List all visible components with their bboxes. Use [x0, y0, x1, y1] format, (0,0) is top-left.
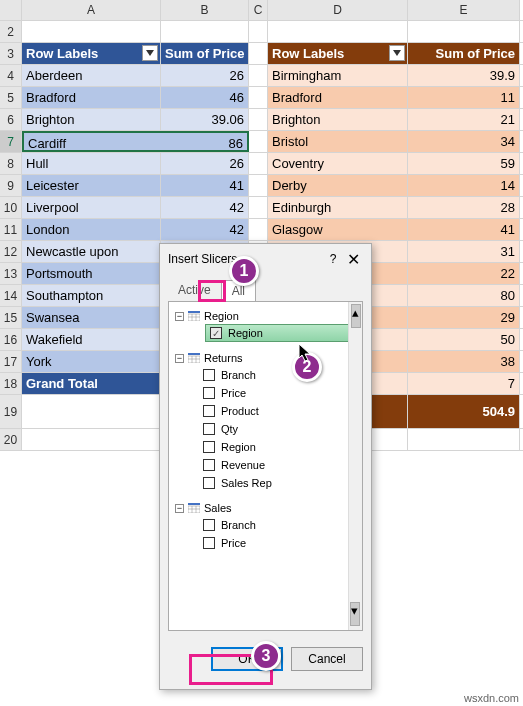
pivot-cell[interactable]: Brighton — [22, 109, 161, 130]
scrollbar[interactable]: ▴ ▾ — [348, 302, 362, 630]
pivot-cell[interactable]: 42 — [161, 197, 249, 218]
pivot-cell[interactable]: 26 — [161, 65, 249, 86]
row-header[interactable]: 11 — [0, 219, 22, 240]
tree-item[interactable]: Sales Rep — [201, 474, 358, 492]
pivot-cell[interactable]: Grand Total — [22, 373, 161, 394]
tree-item[interactable]: Price — [201, 384, 358, 402]
tree-item[interactable]: Branch — [201, 366, 358, 384]
help-button[interactable]: ? — [323, 252, 343, 266]
pivot-cell[interactable]: Newcastle upon — [22, 241, 161, 262]
pivot-cell[interactable]: 46 — [161, 87, 249, 108]
pivot-total-cell[interactable]: 504.9 — [408, 395, 520, 428]
collapse-icon[interactable]: − — [175, 504, 184, 513]
row-header[interactable]: 18 — [0, 373, 22, 394]
table-row[interactable]: 11London42Glasgow41 — [0, 219, 523, 241]
pivot-cell[interactable]: 21 — [408, 109, 520, 130]
tab-active[interactable]: Active — [168, 280, 221, 301]
pivot-cell[interactable]: 41 — [161, 175, 249, 196]
filter-dropdown-icon[interactable] — [142, 45, 158, 61]
pivot-cell[interactable]: 59 — [408, 153, 520, 174]
row-header[interactable]: 16 — [0, 329, 22, 350]
tree-item[interactable]: Revenue — [201, 456, 358, 474]
row-header[interactable]: 14 — [0, 285, 22, 306]
table-row[interactable]: 6Brighton39.06Brighton21 — [0, 109, 523, 131]
field-tree[interactable]: −RegionRegion−ReturnsBranchPriceProductQ… — [168, 301, 363, 631]
row-header[interactable]: 10 — [0, 197, 22, 218]
pivot-cell[interactable]: Glasgow — [268, 219, 408, 240]
row-header[interactable]: 7 — [0, 131, 22, 152]
tree-item[interactable]: Branch — [201, 516, 358, 534]
col-header-A[interactable]: A — [22, 0, 161, 20]
pivot-header[interactable]: Row Labels — [268, 43, 408, 64]
pivot-cell[interactable]: Wakefield — [22, 329, 161, 350]
close-button[interactable]: ✕ — [343, 250, 363, 269]
pivot-cell[interactable]: 22 — [408, 263, 520, 284]
checkbox-icon[interactable] — [203, 459, 215, 471]
pivot-cell[interactable]: Cardiff — [22, 131, 161, 152]
col-header-D[interactable]: D — [268, 0, 408, 20]
row-header[interactable]: 20 — [0, 429, 22, 450]
pivot-cell[interactable]: Leicester — [22, 175, 161, 196]
table-row[interactable]: 9Leicester41Derby14 — [0, 175, 523, 197]
pivot-cell[interactable]: 14 — [408, 175, 520, 196]
tree-item[interactable]: Region — [201, 438, 358, 456]
checkbox-icon[interactable] — [203, 423, 215, 435]
checkbox-icon[interactable] — [203, 477, 215, 489]
tree-item-selected[interactable]: Region — [205, 324, 354, 342]
pivot-cell[interactable]: Bristol — [268, 131, 408, 152]
pivot-cell[interactable]: Swansea — [22, 307, 161, 328]
checkbox-icon[interactable] — [203, 405, 215, 417]
row-header[interactable]: 5 — [0, 87, 22, 108]
pivot-cell[interactable]: Edinburgh — [268, 197, 408, 218]
pivot-header[interactable]: Row Labels — [22, 43, 161, 64]
tree-group-header[interactable]: −Sales — [173, 500, 358, 516]
pivot-cell[interactable]: Bradford — [22, 87, 161, 108]
select-all-corner[interactable] — [0, 0, 22, 20]
dialog-titlebar[interactable]: Insert Slicers ? ✕ — [160, 244, 371, 274]
pivot-cell[interactable]: Brighton — [268, 109, 408, 130]
table-row[interactable]: 7Cardiff86Bristol34 — [0, 131, 523, 153]
pivot-cell[interactable]: 50 — [408, 329, 520, 350]
tree-group-header[interactable]: −Returns — [173, 350, 358, 366]
row-header[interactable]: 4 — [0, 65, 22, 86]
pivot-cell[interactable]: Aberdeen — [22, 65, 161, 86]
pivot-cell[interactable]: 31 — [408, 241, 520, 262]
pivot-cell[interactable]: 29 — [408, 307, 520, 328]
pivot-cell[interactable]: Birmingham — [268, 65, 408, 86]
row-header[interactable]: 19 — [0, 395, 22, 428]
pivot-cell[interactable]: 34 — [408, 131, 520, 152]
table-row[interactable]: 5Bradford46Bradford11 — [0, 87, 523, 109]
pivot-cell[interactable]: 26 — [161, 153, 249, 174]
table-row[interactable]: 3Row LabelsSum of PriceRow LabelsSum of … — [0, 43, 523, 65]
row-header[interactable]: 6 — [0, 109, 22, 130]
collapse-icon[interactable]: − — [175, 312, 184, 321]
pivot-cell[interactable]: 42 — [161, 219, 249, 240]
pivot-cell[interactable]: Hull — [22, 153, 161, 174]
table-row[interactable]: 2 — [0, 21, 523, 43]
pivot-cell[interactable]: Derby — [268, 175, 408, 196]
pivot-cell[interactable]: Portsmouth — [22, 263, 161, 284]
tree-item[interactable]: Price — [201, 534, 358, 552]
pivot-cell[interactable]: Liverpool — [22, 197, 161, 218]
pivot-cell[interactable]: 7 — [408, 373, 520, 394]
pivot-cell[interactable]: Coventry — [268, 153, 408, 174]
row-header[interactable]: 12 — [0, 241, 22, 262]
table-row[interactable]: 8Hull26Coventry59 — [0, 153, 523, 175]
tree-item[interactable]: Product — [201, 402, 358, 420]
filter-dropdown-icon[interactable] — [389, 45, 405, 61]
row-header[interactable]: 9 — [0, 175, 22, 196]
row-header[interactable]: 2 — [0, 21, 22, 42]
tree-item[interactable]: Qty — [201, 420, 358, 438]
cancel-button[interactable]: Cancel — [291, 647, 363, 671]
pivot-cell[interactable]: 28 — [408, 197, 520, 218]
pivot-cell[interactable]: 86 — [161, 131, 249, 152]
pivot-cell[interactable]: Southampton — [22, 285, 161, 306]
table-row[interactable]: 10Liverpool42Edinburgh28 — [0, 197, 523, 219]
col-header-C[interactable]: C — [249, 0, 268, 20]
checkbox-icon[interactable] — [203, 369, 215, 381]
checkbox-icon[interactable] — [203, 519, 215, 531]
pivot-cell[interactable]: London — [22, 219, 161, 240]
pivot-cell[interactable]: 41 — [408, 219, 520, 240]
row-header[interactable]: 3 — [0, 43, 22, 64]
table-row[interactable]: 4Aberdeen26Birmingham39.9 — [0, 65, 523, 87]
